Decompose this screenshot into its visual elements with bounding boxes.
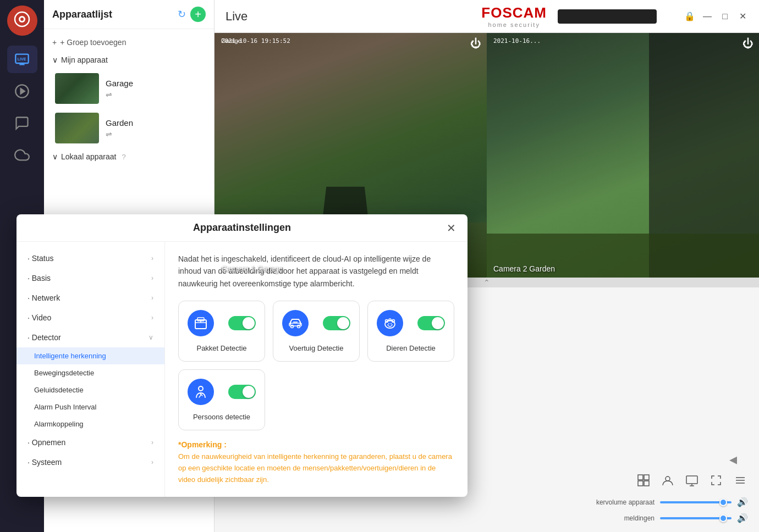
note-section: *Opmerking : Om de nauwkeurigheid van in… xyxy=(178,440,454,485)
note-title: *Opmerking : xyxy=(178,440,454,449)
note-text: Om de nauwkeurigheid van intelligente he… xyxy=(178,451,454,485)
chevron-systeem: › xyxy=(151,458,153,466)
device-item-garage[interactable]: Garage ⇌ xyxy=(44,69,214,108)
my-devices-group: ∨ Mijn apparaat Garage ⇌ xyxy=(44,51,214,148)
fullscreen-icon[interactable] xyxy=(708,473,724,488)
persoons-icon xyxy=(188,379,214,405)
chevron-detector: ∨ xyxy=(148,334,153,341)
device-settings-icon-garage: ⇌ xyxy=(106,90,133,99)
local-devices-label: Lokaal apparaat xyxy=(61,152,116,161)
device-panel-title: Apparaatlijst xyxy=(52,9,173,20)
sidebar-item-playback[interactable] xyxy=(7,77,37,105)
camera-cell-2[interactable]: 2021-10-16... ⏻ Camera 2 Garden xyxy=(487,33,759,278)
user-icon[interactable] xyxy=(660,473,675,488)
volume-knob-2[interactable] xyxy=(719,514,727,522)
device-name-garage: Garage xyxy=(106,79,133,88)
pakket-label: Pakket Detectie xyxy=(196,344,246,352)
settings-item-opnemen[interactable]: · Opnemen › xyxy=(16,433,164,452)
device-thumb-garden xyxy=(55,113,99,143)
add-group-label: + Groep toevoegen xyxy=(60,38,126,47)
settings-description: Nadat het is ingeschakeld, identificeert… xyxy=(178,253,454,290)
camera-2-label: Camera 2 Garden xyxy=(493,264,555,273)
sidebar-item-messages[interactable] xyxy=(7,109,37,137)
svg-rect-7 xyxy=(644,475,649,480)
volume-row-1: kervolume apparaat 🔊 xyxy=(226,497,748,507)
svg-rect-8 xyxy=(638,481,643,486)
settings-sub-geluids[interactable]: Geluidsdetectie xyxy=(16,381,164,398)
settings-sub-alarm-push[interactable]: Alarm Push Interval xyxy=(16,398,164,415)
screen-icon[interactable] xyxy=(684,473,700,488)
foscam-brand: FOSCAM xyxy=(481,4,547,21)
sidebar-item-cloud[interactable] xyxy=(7,141,37,169)
device-item-garden[interactable]: Garden ⇌ xyxy=(44,108,214,148)
settings-item-status[interactable]: · Status › xyxy=(16,248,164,268)
volume-slider-2[interactable] xyxy=(660,517,732,519)
menu-icon[interactable] xyxy=(733,473,748,488)
minimize-button[interactable]: — xyxy=(702,11,713,22)
chevron-basis: › xyxy=(151,274,153,282)
window-controls: 🔒 — □ ✕ xyxy=(684,11,748,22)
close-button[interactable]: ✕ xyxy=(737,11,748,22)
voertuig-icon xyxy=(282,310,309,336)
camera-1-location: Garage xyxy=(221,37,241,44)
modal-body: · Status › · Basis › · Netwerk › · Video… xyxy=(16,242,468,497)
chevron-opnemen: › xyxy=(151,439,153,446)
sidebar-item-live[interactable]: LIVE xyxy=(7,46,37,73)
volume-speaker-2: 🔊 xyxy=(737,513,748,523)
app-logo xyxy=(7,5,37,36)
chevron-netwerk: › xyxy=(151,294,153,302)
chevron-status: › xyxy=(151,254,153,262)
settings-item-detector[interactable]: · Detector ∨ xyxy=(16,328,164,347)
svg-point-19 xyxy=(298,325,300,328)
voertuig-toggle[interactable] xyxy=(323,316,350,330)
settings-item-netwerk[interactable]: · Netwerk › xyxy=(16,288,164,308)
help-icon: ? xyxy=(122,153,125,161)
add-group-button[interactable]: + + Groep toevoegen xyxy=(44,34,214,51)
camera-2-timestamp: 2021-10-16... xyxy=(493,37,541,45)
svg-rect-6 xyxy=(638,475,643,480)
settings-item-video[interactable]: · Video › xyxy=(16,308,164,328)
my-devices-group-header[interactable]: ∨ Mijn apparaat xyxy=(44,51,214,69)
svg-rect-9 xyxy=(644,481,649,486)
detection-grid-row1: Pakket Detectie xyxy=(178,301,454,362)
detection-card-persoons: Persoons detectie xyxy=(178,369,265,430)
settings-sub-bewegings[interactable]: Bewegingsdetectie xyxy=(16,364,164,381)
my-devices-group-label: Mijn apparaat xyxy=(61,56,108,64)
settings-item-basis[interactable]: · Basis › xyxy=(16,268,164,288)
volume-knob-1[interactable] xyxy=(719,498,727,506)
settings-sub-alarmkoppeling[interactable]: Alarmkoppeling xyxy=(16,415,164,433)
settings-modal: Apparaatinstellingen ✕ · Status › · Basi… xyxy=(16,214,468,497)
pakket-icon xyxy=(188,310,214,336)
modal-close-button[interactable]: ✕ xyxy=(443,220,459,236)
add-device-button[interactable]: + xyxy=(190,7,206,22)
chevron-video: › xyxy=(151,314,153,322)
persoons-toggle[interactable] xyxy=(228,385,256,399)
camera-1-label: Camera 1 Garage xyxy=(221,264,283,273)
top-bar: Live FOSCAM home security 🔒 — □ ✕ xyxy=(215,0,759,33)
dieren-toggle[interactable] xyxy=(417,316,445,330)
device-name-garden: Garden xyxy=(106,118,133,128)
svg-text:LIVE: LIVE xyxy=(18,57,26,61)
local-devices-group[interactable]: ∨ Lokaal apparaat ? xyxy=(44,148,214,165)
svg-point-26 xyxy=(199,386,203,391)
volume-slider-1[interactable] xyxy=(660,501,732,503)
detection-card-pakket: Pakket Detectie xyxy=(178,301,265,362)
settings-sub-intelligente[interactable]: Intelligente herkenning xyxy=(16,347,164,364)
settings-item-systeem[interactable]: · Systeem › xyxy=(16,452,164,472)
foscam-tagline: home security xyxy=(488,21,540,28)
detection-card-voertuig: Voertuig Detectie xyxy=(273,301,360,362)
lock-button[interactable]: 🔒 xyxy=(684,11,695,22)
camera-1-power[interactable]: ⏻ xyxy=(470,37,481,50)
svg-point-2 xyxy=(20,18,24,21)
refresh-icon[interactable]: ↻ xyxy=(178,8,186,20)
modal-header: Apparaatinstellingen ✕ xyxy=(16,214,468,242)
arrow-left-icon: ◂ xyxy=(729,450,737,468)
volume-speaker-1: 🔊 xyxy=(737,497,748,507)
grid-icon[interactable] xyxy=(636,473,651,488)
svg-point-24 xyxy=(388,323,389,324)
volume-label-1: kervolume apparaat xyxy=(578,498,654,506)
maximize-button[interactable]: □ xyxy=(719,11,730,22)
camera-2-power[interactable]: ⏻ xyxy=(743,37,754,50)
pakket-toggle[interactable] xyxy=(228,316,256,330)
settings-sidebar: · Status › · Basis › · Netwerk › · Video… xyxy=(16,242,165,497)
